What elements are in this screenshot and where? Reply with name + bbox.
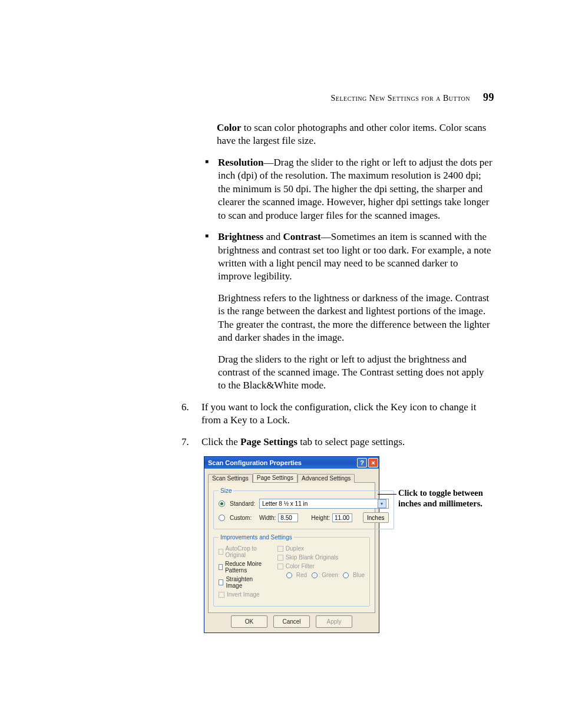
ok-button[interactable]: OK	[231, 615, 267, 628]
step6-text: If you want to lock the configuration, c…	[201, 401, 476, 426]
label-blue: Blue	[353, 572, 365, 578]
step-6: 6. If you want to lock the configuration…	[181, 401, 494, 427]
standard-size-select[interactable]: Letter 8 ½ x 11 in ▾	[259, 499, 389, 509]
radio-green[interactable]	[312, 572, 318, 578]
chevron-down-icon: ▾	[378, 499, 386, 508]
label-duplex: Duplex	[286, 545, 304, 552]
width-label: Width:	[259, 515, 276, 521]
bc-para3: Drag the sliders to the right or left to…	[218, 353, 494, 393]
units-toggle-button[interactable]: Inches	[363, 512, 388, 523]
dialog-titlebar[interactable]: Scan Configuration Properties ? ×	[204, 457, 379, 469]
page-number: 99	[483, 91, 494, 103]
running-header: Selecting New Settings for a Button 99	[303, 91, 494, 104]
standard-size-value: Letter 8 ½ x 11 in	[262, 500, 308, 507]
page-content: Color to scan color photographs and othe…	[181, 121, 494, 457]
callout-leader-line	[378, 494, 396, 495]
color-paragraph: Color to scan color photographs and othe…	[217, 121, 494, 148]
size-legend: Size	[219, 487, 233, 494]
step7-num: 7.	[181, 436, 189, 449]
improvements-group: Improvements and Settings AutoCrop to Or…	[213, 534, 370, 607]
improvements-legend: Improvements and Settings	[219, 534, 294, 541]
label-green: Green	[322, 572, 338, 578]
tab-advanced-settings[interactable]: Advanced Settings	[297, 474, 355, 483]
bullet-resolution: Resolution—Drag the slider to the right …	[205, 156, 494, 222]
height-label: Height:	[311, 515, 330, 521]
step-7: 7. Click the Page Settings tab to select…	[181, 436, 494, 449]
close-button[interactable]: ×	[368, 458, 378, 467]
radio-red[interactable]	[286, 572, 292, 578]
label-straighten: Straighten Image	[226, 576, 262, 589]
step7-prefix: Click the	[201, 436, 240, 447]
dialog-title: Scan Configuration Properties	[208, 459, 356, 466]
label-invert: Invert Image	[227, 591, 260, 598]
label-moire: Reduce Moire Patterns	[225, 561, 262, 574]
checkbox-straighten[interactable]	[219, 579, 223, 585]
resolution-bold: Resolution	[218, 157, 263, 168]
apply-button[interactable]: Apply	[316, 615, 352, 628]
help-button[interactable]: ?	[357, 458, 367, 467]
label-skip-blank: Skip Blank Originals	[286, 554, 338, 561]
bullet-brightness-contrast: Brightness and Contrast—Sometimes an ite…	[205, 230, 494, 393]
radio-standard[interactable]	[219, 500, 225, 507]
label-color-filter: Color Filter	[286, 563, 315, 569]
width-input[interactable]: 8.50	[278, 513, 298, 522]
checkbox-moire[interactable]	[219, 564, 223, 570]
contrast-bold: Contrast	[283, 231, 321, 242]
custom-label: Custom:	[230, 515, 257, 521]
checkbox-autocrop[interactable]	[219, 549, 223, 555]
scan-config-dialog: Scan Configuration Properties ? × Scan S…	[204, 456, 379, 633]
standard-label: Standard:	[230, 500, 257, 507]
step6-num: 6.	[181, 401, 189, 414]
and-word: and	[263, 231, 283, 242]
checkbox-skip-blank[interactable]	[277, 555, 283, 561]
step7-bold: Page Settings	[240, 436, 297, 447]
callout-text: Click to toggle between inches and milli…	[398, 487, 495, 509]
running-head-text: Selecting New Settings for a Button	[331, 94, 470, 103]
bc-para2: Brightness refers to the lightness or da…	[218, 292, 494, 345]
step7-suffix: tab to select page settings.	[297, 436, 405, 447]
dialog-tabs: Scan Settings Page Settings Advanced Set…	[208, 472, 375, 482]
size-group: Size Standard: Letter 8 ½ x 11 in ▾ Cust…	[213, 487, 394, 529]
label-autocrop: AutoCrop to Original	[226, 545, 262, 558]
label-red: Red	[296, 572, 307, 578]
brightness-bold: Brightness	[218, 231, 263, 242]
checkbox-duplex[interactable]	[277, 546, 283, 552]
checkbox-color-filter[interactable]	[277, 564, 283, 569]
radio-blue[interactable]	[343, 572, 349, 578]
checkbox-invert[interactable]	[219, 592, 224, 598]
height-input[interactable]: 11.00	[332, 513, 352, 522]
tab-scan-settings[interactable]: Scan Settings	[208, 474, 253, 483]
color-bold: Color	[217, 122, 242, 133]
cancel-button[interactable]: Cancel	[273, 615, 310, 628]
radio-custom[interactable]	[219, 515, 225, 521]
tab-page-settings[interactable]: Page Settings	[253, 473, 297, 482]
tab-panel-page-settings: Size Standard: Letter 8 ½ x 11 in ▾ Cust…	[208, 482, 375, 613]
